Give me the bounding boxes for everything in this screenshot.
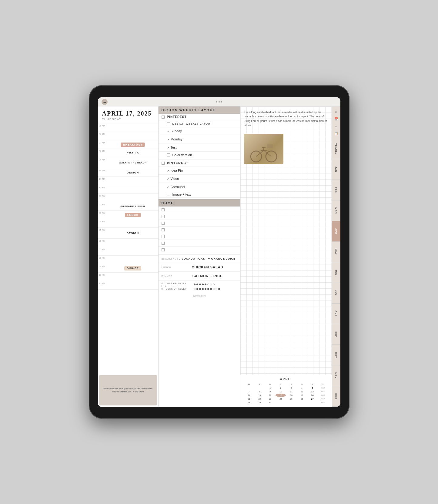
cal-header-t2: T xyxy=(276,383,286,386)
cal-day-28: 28 xyxy=(244,401,254,404)
tab-dec[interactable]: DEC xyxy=(332,386,340,407)
cal-day-empty2 xyxy=(254,386,265,390)
dot-s8 xyxy=(213,288,215,290)
time-slot-06am: 06 AM xyxy=(98,132,158,140)
cal-day-25: 25 xyxy=(286,397,296,401)
time-slot-prepare-lunch: 02 PM PREPARE LUNCH xyxy=(98,202,158,211)
menu-dots[interactable] xyxy=(216,101,222,102)
dot-s7 xyxy=(210,288,212,290)
dot-s2 xyxy=(196,288,198,290)
dot-s1 xyxy=(194,288,196,290)
cal-day-23: 23 xyxy=(265,397,275,401)
cal-day-empty6 xyxy=(307,401,318,404)
tab-feb[interactable]: FEB xyxy=(332,180,340,200)
cal-day-29: 29 xyxy=(254,401,265,404)
dot-5 xyxy=(205,284,206,285)
dot-2 xyxy=(196,284,198,285)
menu-icon[interactable]: ≡ xyxy=(333,109,339,114)
cal-day-15: 15 xyxy=(254,394,265,397)
sleep-tracker: 8 HOURS OF SLEEP xyxy=(162,288,237,290)
task-test: Test xyxy=(159,143,240,152)
mini-calendar: APRIL M T W T F S S Wk 1 xyxy=(240,375,332,407)
cal-day-14: 14 xyxy=(244,394,254,397)
task-color-version: Color version xyxy=(159,152,240,158)
date-header: APRIL 17, 2025 THURSDAY xyxy=(98,106,158,123)
cal-header-t1: T xyxy=(254,383,265,386)
task-monday: Monday xyxy=(159,135,240,143)
tasks-panel: DESIGN WEEKLY LAYOUT PINTEREST DESIGN WE… xyxy=(159,106,240,407)
ipad-screen: ☁ APRIL 17, 2025 THURSDAY 05 AM xyxy=(98,97,340,407)
cal-day-18: 18 xyxy=(286,394,296,397)
tab-may[interactable]: MAY xyxy=(332,242,340,262)
task-idea-pin: Idea Pin xyxy=(159,166,240,175)
time-slot-breakfast: 07 AM BREAKFAST xyxy=(98,140,158,149)
tab-aug[interactable]: AUG xyxy=(332,304,340,324)
date-weekday: THURSDAY xyxy=(102,118,154,121)
calendar-icon[interactable]: 📅 xyxy=(333,116,339,122)
time-slot-dinner: 09 PM DINNER xyxy=(98,264,158,273)
dot-s9 xyxy=(216,288,217,290)
dot-3 xyxy=(199,284,201,285)
add-icon[interactable]: + xyxy=(333,123,339,129)
task-pinterest-section: PINTEREST xyxy=(159,160,240,166)
cal-day-empty5 xyxy=(297,401,307,404)
time-slot-11am: 11 AM xyxy=(98,177,158,185)
svg-rect-7 xyxy=(267,144,273,148)
sidebar-toolbar: ≡ 📅 + 📋 xyxy=(332,106,340,139)
cal-week-15: W15 xyxy=(318,390,328,393)
cal-week-14: W14 xyxy=(318,386,328,390)
cal-day-7: 7 xyxy=(244,390,254,393)
time-slot-12pm: 12 PM xyxy=(98,185,158,194)
dot-6 xyxy=(207,284,209,285)
cal-day-22: 22 xyxy=(254,397,265,401)
home-task-6 xyxy=(159,240,240,247)
task-sunday: Sunday xyxy=(159,127,240,135)
task-design-weekly: DESIGN WEEKLY LAYOUT xyxy=(159,120,240,127)
right-sidebar: ≡ 📅 + 📋 YEARLY JAN FEB MAR APR MAY JUN J… xyxy=(332,106,340,407)
cal-day-17[interactable]: 17 xyxy=(276,394,286,397)
tab-apr[interactable]: APR xyxy=(332,221,340,242)
cal-day-2: 2 xyxy=(276,386,286,390)
dot-7 xyxy=(210,284,212,285)
meal-dinner: DINNER SALMON + RICE xyxy=(159,272,240,281)
footer-credit: byinma.com xyxy=(159,293,240,298)
tab-mar[interactable]: MAR xyxy=(332,200,340,221)
tab-jun[interactable]: JUN xyxy=(332,262,340,283)
time-slots: 05 AM 06 AM 07 AM BREAKFAST xyxy=(98,123,158,374)
task-image-text: Image + text xyxy=(159,191,240,198)
tab-yearly[interactable]: YEARLY xyxy=(332,139,340,159)
ipad-device: ☁ APRIL 17, 2025 THURSDAY 05 AM xyxy=(89,85,349,419)
home-section-header: HOME xyxy=(159,199,240,207)
time-slot-design1: 10 AM DESIGN xyxy=(98,168,158,177)
tab-oct[interactable]: OCT xyxy=(332,345,340,365)
tab-jul[interactable]: JUL xyxy=(332,283,340,304)
dot-s5 xyxy=(205,288,206,290)
notes-text: It is a long established fact that a rea… xyxy=(240,106,332,131)
time-slot-07pm: 07 PM xyxy=(98,247,158,256)
time-slot-lunch: 03 PM LUNCH xyxy=(98,211,158,219)
app-icon[interactable]: ☁ xyxy=(102,99,108,105)
dot-s6 xyxy=(207,288,209,290)
cal-header-f: F xyxy=(286,383,296,386)
cal-header-s1: S xyxy=(297,383,307,386)
home-task-2 xyxy=(159,213,240,220)
task-pinterest-header: PINTEREST xyxy=(159,114,240,120)
water-tracker: 8 GLASS OF WATER (2L) xyxy=(162,282,237,287)
cal-header-w: W xyxy=(265,383,275,386)
top-bar: ☁ xyxy=(98,97,340,106)
meals-section: BREAKFAST AVOCADO TOAST + ORANGE JUICE L… xyxy=(159,255,240,281)
tracker-section: 8 GLASS OF WATER (2L) xyxy=(159,281,240,293)
time-slot-design2: 05 PM DESIGN xyxy=(98,228,158,239)
home-task-1 xyxy=(159,207,240,213)
tab-jan[interactable]: JAN xyxy=(332,159,340,180)
cal-day-20: 20 xyxy=(307,394,318,397)
cal-day-19: 19 xyxy=(297,394,307,397)
tab-sep[interactable]: SEP xyxy=(332,324,340,345)
tab-nov[interactable]: NOV xyxy=(332,365,340,386)
cal-week-17: W17 xyxy=(318,397,328,401)
dot-1 xyxy=(194,284,196,285)
note-icon[interactable]: 📋 xyxy=(333,131,339,136)
home-task-7 xyxy=(159,247,240,253)
home-task-3 xyxy=(159,220,240,227)
cal-day-10: 10 xyxy=(276,390,286,393)
